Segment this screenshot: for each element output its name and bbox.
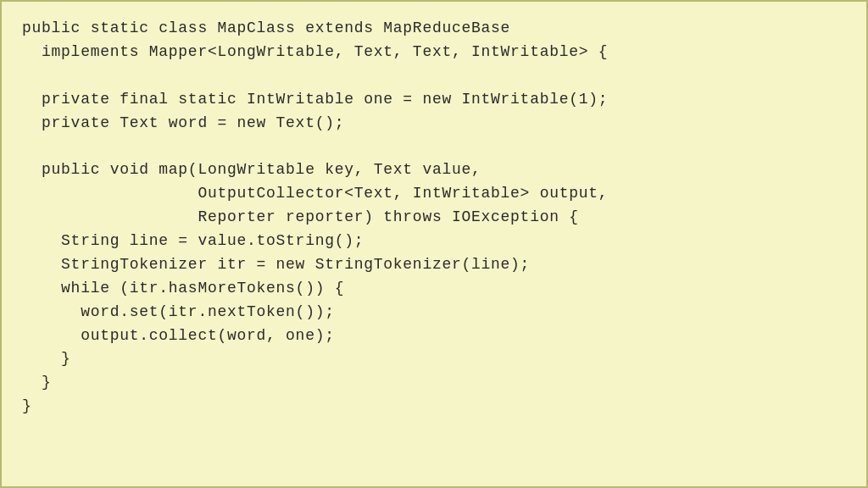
code-panel: public static class MapClass extends Map… (0, 0, 868, 488)
code-block: public static class MapClass extends Map… (22, 17, 846, 419)
